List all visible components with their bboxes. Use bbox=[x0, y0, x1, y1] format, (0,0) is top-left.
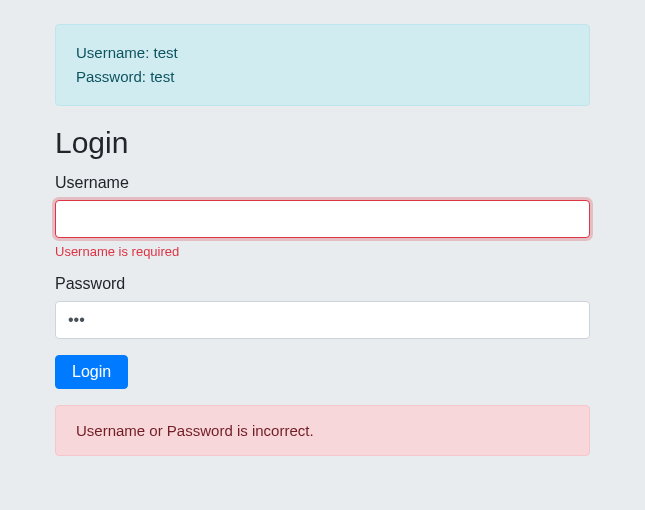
hint-password: Password: test bbox=[76, 65, 569, 89]
login-form: Username Username is required Password L… bbox=[55, 174, 590, 389]
error-alert: Username or Password is incorrect. bbox=[55, 405, 590, 456]
credentials-hint: Username: test Password: test bbox=[55, 24, 590, 106]
password-label: Password bbox=[55, 275, 590, 293]
login-button[interactable]: Login bbox=[55, 355, 128, 389]
username-label: Username bbox=[55, 174, 590, 192]
password-input[interactable] bbox=[55, 301, 590, 339]
username-group: Username Username is required bbox=[55, 174, 590, 259]
username-input[interactable] bbox=[55, 200, 590, 238]
submit-group: Login bbox=[55, 355, 590, 389]
hint-username: Username: test bbox=[76, 41, 569, 65]
page-title: Login bbox=[55, 126, 590, 160]
username-error: Username is required bbox=[55, 244, 590, 259]
password-group: Password bbox=[55, 275, 590, 339]
